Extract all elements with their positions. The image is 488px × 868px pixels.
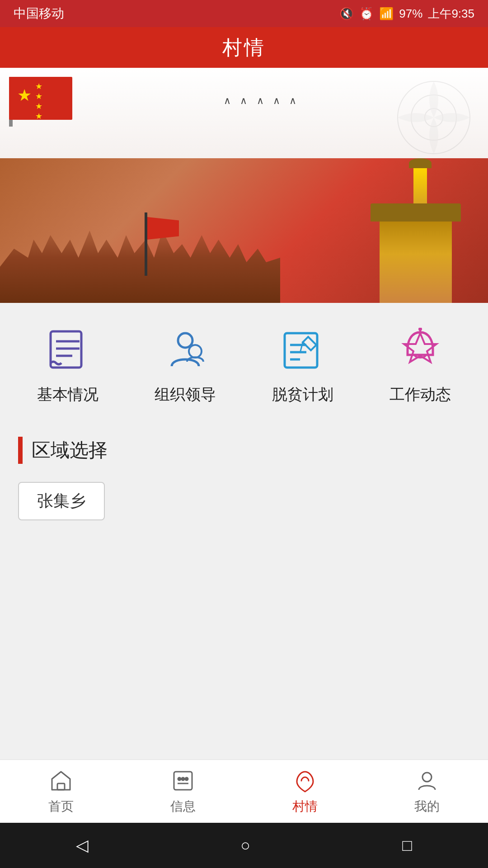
mine-icon [414, 768, 440, 793]
basic-icon-wrapper [43, 326, 93, 375]
back-button[interactable]: ◁ [76, 836, 89, 855]
plan-icon-wrapper [278, 326, 328, 375]
nav-item-info[interactable]: 信息 [138, 768, 228, 815]
menu-label-work: 工作动态 [389, 384, 451, 405]
soldiers-silhouette [0, 212, 280, 303]
menu-item-work[interactable]: 工作动态 [371, 326, 470, 405]
nav-label-mine: 我的 [414, 798, 440, 815]
svg-point-8 [189, 345, 202, 358]
plan-icon [280, 328, 325, 373]
org-icon-wrapper [160, 326, 210, 375]
village-icon [292, 768, 318, 793]
org-leadership-icon [163, 328, 208, 373]
nav-label-village: 村情 [292, 798, 318, 815]
work-icon-wrapper [395, 326, 445, 375]
page-title: 村情 [222, 34, 266, 61]
system-nav-bar: ◁ ○ □ [0, 823, 488, 868]
red-flag-scene [145, 212, 181, 276]
status-right: 🔇 ⏰ 📶 97% 上午9:35 [339, 6, 474, 22]
birds-decoration: ∧ ∧ ∧ ∧ ∧ [220, 95, 300, 107]
recents-button[interactable]: □ [402, 836, 412, 855]
time-text: 上午9:35 [428, 6, 474, 22]
section-title-bar: 区域选择 [18, 437, 470, 464]
mute-icon: 🔇 [339, 7, 354, 21]
menu-item-org[interactable]: 组织领导 [136, 326, 235, 405]
menu-item-plan[interactable]: 脱贫计划 [253, 326, 352, 405]
nav-label-home: 首页 [48, 798, 74, 815]
svg-point-15 [418, 328, 422, 331]
bottom-navigation: 首页 信息 村情 [0, 760, 488, 823]
floral-decoration [389, 72, 479, 163]
tiananmen-tower [380, 167, 461, 303]
svg-rect-16 [57, 783, 65, 790]
nav-label-info: 信息 [170, 798, 196, 815]
home-icon [48, 768, 74, 793]
info-icon [170, 768, 196, 793]
menu-label-plan: 脱贫计划 [272, 384, 333, 405]
battery-text: 97% [399, 7, 422, 21]
menu-label-org: 组织领导 [155, 384, 216, 405]
nav-item-home[interactable]: 首页 [16, 768, 106, 815]
menu-label-basic: 基本情况 [37, 384, 99, 405]
menu-section: 基本情况 组织领导 脱贫计划 [0, 303, 488, 419]
svg-point-7 [178, 333, 192, 348]
region-section: 区域选择 张集乡 [0, 419, 488, 534]
svg-point-22 [422, 773, 432, 782]
home-button[interactable]: ○ [240, 836, 250, 855]
svg-point-20 [185, 778, 188, 780]
region-tag-zhangjixiang[interactable]: 张集乡 [18, 482, 105, 520]
flag-decoration: ★ ★ ★ ★ ★ [9, 77, 81, 127]
banner: ★ ★ ★ ★ ★ ∧ ∧ ∧ ∧ ∧ [0, 68, 488, 303]
title-indicator [18, 437, 23, 464]
region-title: 区域选择 [32, 438, 108, 463]
alarm-icon: ⏰ [359, 7, 374, 21]
nav-item-mine[interactable]: 我的 [382, 768, 472, 815]
carrier-text: 中国移动 [14, 5, 64, 22]
page-header: 村情 [0, 27, 488, 68]
basic-situation-icon [45, 328, 90, 373]
banner-scene [0, 158, 488, 303]
svg-point-19 [182, 778, 184, 780]
menu-item-basic[interactable]: 基本情况 [18, 326, 117, 405]
svg-point-18 [178, 778, 181, 780]
work-dynamics-icon [398, 328, 443, 373]
wifi-icon: 📶 [379, 7, 394, 21]
nav-item-village[interactable]: 村情 [260, 768, 350, 815]
status-bar: 中国移动 🔇 ⏰ 📶 97% 上午9:35 [0, 0, 488, 27]
